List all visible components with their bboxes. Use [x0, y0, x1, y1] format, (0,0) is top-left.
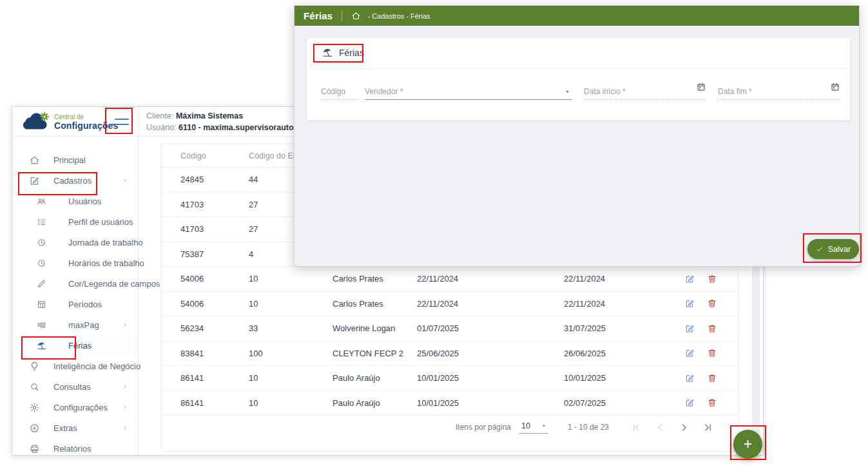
user-line: Usuário: 6110 - maxima.supervisorautoriz [146, 122, 303, 133]
page-size-select[interactable]: 10 [519, 421, 548, 434]
cell-data-fim: 22/11/2024 [564, 274, 684, 284]
last-page-icon[interactable] [702, 422, 713, 433]
menu-toggle-icon[interactable] [107, 113, 131, 130]
delete-icon[interactable] [707, 298, 717, 309]
cell-vendedor: CLEYTON FECP 2 [333, 349, 417, 358]
vendedor-select[interactable]: Vendedor * [365, 81, 572, 100]
sidebar-item-usuarios[interactable]: Usuários [12, 191, 138, 211]
sidebar: PrincipalCadastrosUsuáriosPerfil de usuá… [12, 137, 139, 455]
cell-vendedor: Carlos Prates [333, 299, 417, 309]
plus-circle-icon [29, 423, 40, 434]
check-icon [816, 245, 824, 253]
cell-data-fim: 22/11/2024 [564, 299, 684, 309]
sidebar-item-periodos[interactable]: Períodos [12, 294, 138, 314]
delete-icon[interactable] [707, 398, 717, 408]
cell-codigo-erp: 100 [249, 349, 333, 358]
sidebar-item-label: Perfil de usuários [68, 217, 133, 227]
cell-data-inicio: 25/06/2025 [417, 349, 564, 358]
clock-icon [37, 258, 46, 268]
home-icon [29, 155, 40, 166]
sidebar-item-consultas[interactable]: Consultas [12, 376, 138, 397]
delete-icon[interactable] [707, 373, 717, 383]
calendar-icon[interactable] [830, 82, 840, 92]
form-card-title: Férias [322, 47, 364, 58]
sidebar-item-maxpag[interactable]: maxPag [12, 314, 138, 335]
sidebar-item-extras[interactable]: Extras [12, 418, 138, 438]
cell-codigo-erp: 10 [249, 398, 333, 408]
cell-codigo-erp: 10 [249, 373, 333, 383]
overlay-title: Férias [294, 10, 342, 21]
sidebar-item-label: Usuários [68, 197, 101, 206]
topbar-divider [139, 107, 139, 137]
cell-data-inicio: 10/01/2025 [417, 373, 564, 383]
edit-square-icon [29, 175, 40, 186]
table-row: 5400610Carlos Prates22/11/202422/11/2024 [161, 267, 738, 292]
beach-umbrella-icon [37, 341, 46, 351]
sidebar-item-configuracoes[interactable]: Configurações [12, 397, 138, 418]
cell-data-fim: 26/06/2025 [564, 349, 684, 358]
sidebar-item-horarios-de-trabalho[interactable]: Horários de trabalho [12, 253, 138, 273]
ferias-form-window: Férias - Cadastros - Férias Férias Códig… [294, 5, 860, 267]
sidebar-item-cadastros[interactable]: Cadastros [12, 170, 138, 191]
chevron-down-icon [121, 176, 130, 185]
edit-icon[interactable] [684, 298, 695, 309]
dropdown-arrow-icon [541, 423, 547, 428]
data-inicio-field[interactable]: Data início * [584, 81, 706, 100]
paginator: Itens por página 10 1 - 10 de 23 [161, 416, 738, 439]
edit-icon[interactable] [684, 348, 695, 358]
calendar-grid-icon [37, 300, 46, 309]
codigo-field[interactable]: Código [321, 81, 358, 100]
delete-icon[interactable] [707, 348, 717, 358]
row-actions [684, 398, 738, 408]
home-icon[interactable] [351, 11, 361, 21]
breadcrumb: - Cadastros - Férias [367, 12, 430, 20]
cell-data-inicio: 22/11/2024 [417, 299, 564, 309]
data-fim-field[interactable]: Data fim * [718, 81, 840, 100]
sidebar-item-label: Configurações [53, 403, 108, 412]
cell-data-inicio: 10/01/2025 [417, 398, 564, 408]
edit-icon[interactable] [684, 323, 695, 334]
sidebar-item-relatorios[interactable]: Relatórios [12, 438, 138, 456]
table-row: 5400610Carlos Prates22/11/202422/11/2024 [161, 292, 738, 317]
cell-data-fim: 10/01/2025 [564, 373, 684, 383]
sidebar-item-cor-legenda-de-campos[interactable]: Cor/Legenda de campos [12, 273, 138, 294]
edit-icon[interactable] [684, 398, 695, 408]
row-actions [684, 298, 738, 309]
row-actions [684, 323, 738, 334]
sidebar-item-ferias[interactable]: Férias [12, 335, 138, 356]
first-page-icon[interactable] [631, 422, 642, 433]
cell-codigo: 75387 [180, 249, 249, 259]
sidebar-item-principal[interactable]: Principal [12, 149, 138, 170]
save-button[interactable]: Salvar [807, 239, 859, 259]
prev-page-icon[interactable] [655, 422, 666, 433]
header-divider [342, 10, 342, 21]
edit-icon[interactable] [684, 274, 695, 284]
cell-codigo-erp: 33 [249, 323, 333, 333]
user-value: 6110 - maxima.supervisorautoriz [178, 123, 303, 132]
sidebar-item-jornada-de-trabalho[interactable]: Jornada de trabalho [12, 232, 138, 253]
session-info: Cliente: Máxima Sistemas Usuário: 6110 -… [146, 110, 303, 133]
sidebar-item-inteligencia-de-negocio[interactable]: Inteligência de Negócio [12, 356, 138, 376]
next-page-icon[interactable] [679, 422, 690, 433]
cell-vendedor: Carlos Prates [333, 274, 417, 284]
delete-icon[interactable] [707, 323, 717, 334]
sidebar-item-perfil-de-usuarios[interactable]: Perfil de usuários [12, 211, 138, 232]
checklist-icon [37, 217, 46, 227]
beach-umbrella-icon [322, 47, 333, 58]
calendar-icon[interactable] [696, 82, 706, 92]
cell-codigo: 83841 [180, 349, 249, 358]
app-logo: Central de Configurações [21, 111, 118, 132]
col-codigo: Código [180, 151, 249, 160]
delete-icon[interactable] [707, 274, 717, 284]
sidebar-item-label: Períodos [68, 300, 102, 309]
sidebar-item-label: Relatórios [53, 444, 92, 454]
page-nav [631, 422, 713, 433]
cell-codigo-erp: 10 [249, 274, 333, 284]
cell-codigo: 41703 [180, 224, 249, 234]
sidebar-item-label: Principal [53, 155, 86, 165]
add-ferias-fab[interactable]: + [733, 430, 762, 459]
edit-icon[interactable] [684, 373, 695, 383]
cell-codigo: 41703 [180, 200, 249, 209]
users-icon [37, 197, 46, 206]
cell-data-fim: 02/07/2025 [564, 398, 684, 408]
